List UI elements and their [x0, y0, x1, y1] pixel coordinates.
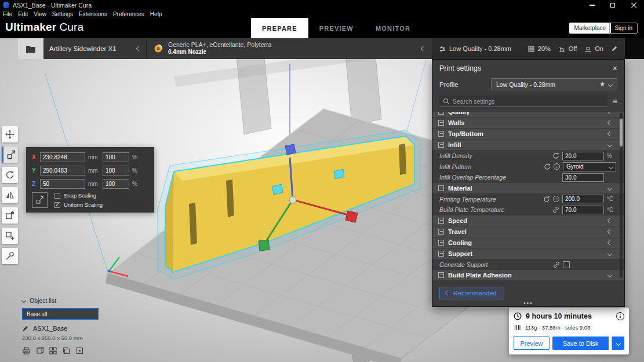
- tab-prepare[interactable]: PREPARE: [251, 18, 308, 38]
- printing-temperature-field[interactable]: 200.0: [562, 195, 604, 203]
- sign-in-button[interactable]: Sign in: [609, 23, 638, 34]
- info-icon[interactable]: i: [616, 312, 624, 320]
- tab-preview[interactable]: PREVIEW: [308, 18, 365, 38]
- print-time-row: 9 hours 10 minutes i: [514, 312, 624, 320]
- generate-support-checkbox[interactable]: [563, 261, 570, 268]
- reset-icon[interactable]: [543, 196, 550, 203]
- category-top-bottom[interactable]: Top/Bottom: [432, 129, 624, 139]
- object-list-item[interactable]: Base.stl: [22, 308, 99, 320]
- infill-overlap-field[interactable]: 30.0: [562, 173, 604, 182]
- per-model-settings-tool-button[interactable]: [2, 207, 18, 224]
- nozzle-size: 0.4mm Nozzle: [168, 49, 416, 56]
- mirror-tool-button[interactable]: [2, 187, 18, 203]
- panel-resize-handle[interactable]: •••: [432, 301, 624, 306]
- gizmo-handle-y[interactable]: [259, 240, 270, 251]
- minimize-button[interactable]: [581, 0, 602, 10]
- scale-tool-button[interactable]: [2, 147, 18, 163]
- category-build-plate-adhesion[interactable]: Build Plate Adhesion: [432, 270, 624, 280]
- close-button[interactable]: [623, 0, 644, 10]
- scrollbar-thumb[interactable]: [620, 119, 623, 147]
- gizmo-handle-z[interactable]: [285, 144, 296, 155]
- menu-edit[interactable]: Edit: [15, 11, 31, 17]
- star-icon[interactable]: ★: [599, 81, 605, 88]
- material-spool-icon: [154, 44, 163, 53]
- print-settings-summary[interactable]: Low Quality - 0.28mm 20% Off On: [432, 38, 625, 59]
- category-walls[interactable]: Walls: [432, 118, 624, 128]
- reset-scale-button[interactable]: [32, 192, 48, 208]
- setting-infill-overlap: Infill Overlap Percentage 30.0: [432, 172, 624, 183]
- preview-button[interactable]: Preview: [514, 337, 550, 350]
- arrange-icon[interactable]: [49, 346, 57, 355]
- move-tool-button[interactable]: [2, 126, 18, 142]
- mesh-tools-button[interactable]: [2, 248, 18, 264]
- category-icon-cooling: [438, 240, 444, 246]
- object-list-toggle[interactable]: Object list: [22, 297, 99, 304]
- save-options-button[interactable]: [612, 337, 624, 350]
- scale-x-size-field[interactable]: 230.8248: [40, 152, 85, 162]
- category-icon-top-bottom: [438, 131, 444, 137]
- menu-extensions[interactable]: Extensions: [76, 11, 110, 17]
- info-icon[interactable]: i: [554, 163, 560, 170]
- mesh-icon[interactable]: [75, 346, 84, 355]
- menu-settings[interactable]: Settings: [49, 11, 76, 17]
- printer-selector[interactable]: Artillery Sidewinder X1: [43, 38, 146, 59]
- category-travel[interactable]: Travel: [432, 226, 624, 237]
- category-support[interactable]: Support: [432, 248, 624, 259]
- snap-scaling-option[interactable]: Snap Scaling: [54, 192, 103, 199]
- pencil-icon: [611, 45, 618, 52]
- mesh-tools-icon: [5, 251, 14, 261]
- gizmo-center-handle[interactable]: [289, 196, 296, 203]
- profile-value: Low Quality - 0.28mm: [496, 81, 596, 88]
- scale-z-percent-field[interactable]: 100: [103, 179, 129, 189]
- scale-y-percent-field[interactable]: 100: [103, 166, 129, 175]
- scale-z-size-field[interactable]: 50: [40, 179, 85, 189]
- category-quality[interactable]: Quality: [432, 112, 624, 117]
- tab-monitor[interactable]: MONITOR: [365, 18, 421, 38]
- scale-row-y: Y 250.0483 mm 100 %: [32, 166, 148, 175]
- search-row: ≡: [432, 96, 624, 111]
- infill-pattern-dropdown[interactable]: Gyroid: [563, 162, 616, 171]
- search-settings-input[interactable]: [453, 98, 604, 105]
- chevron-down-icon: [616, 341, 620, 345]
- category-infill[interactable]: Infill: [432, 140, 624, 150]
- profile-dropdown[interactable]: Low Quality - 0.28mm ★: [491, 78, 617, 90]
- scale-x-percent-field[interactable]: 100: [103, 152, 129, 162]
- uniform-scaling-checkbox[interactable]: ✓: [54, 202, 60, 208]
- menu-view[interactable]: View: [31, 11, 49, 17]
- marketplace-button[interactable]: Marketplace: [569, 23, 611, 34]
- copy-icon[interactable]: [62, 346, 71, 355]
- settings-visibility-menu-icon[interactable]: ≡: [613, 97, 617, 105]
- panel-title: Print settings: [439, 64, 481, 72]
- menu-help[interactable]: Help: [147, 11, 165, 17]
- model-icon[interactable]: [35, 346, 44, 355]
- search-box[interactable]: [439, 96, 607, 107]
- category-icon-quality: [438, 112, 444, 115]
- printer-icon[interactable]: [22, 346, 31, 355]
- menu-file[interactable]: File: [0, 11, 15, 17]
- menu-preferences[interactable]: Preferences: [110, 11, 147, 17]
- reset-icon[interactable]: [544, 163, 551, 170]
- scale-y-size-field[interactable]: 250.0483: [40, 166, 85, 175]
- support-blocker-tool-button[interactable]: [2, 228, 18, 244]
- maximize-button[interactable]: [602, 0, 623, 10]
- gizmo-handle-x[interactable]: [345, 211, 358, 222]
- close-panel-icon[interactable]: ×: [613, 64, 617, 72]
- category-cooling[interactable]: Cooling: [432, 237, 624, 248]
- category-material[interactable]: Material: [432, 183, 624, 193]
- project-name-row[interactable]: ASX1_Base: [22, 325, 99, 332]
- category-speed[interactable]: Speed: [432, 215, 624, 226]
- snap-scaling-checkbox[interactable]: [54, 193, 60, 199]
- build-plate-temperature-field[interactable]: 70.0: [562, 206, 604, 214]
- project-name: ASX1_Base: [33, 325, 67, 332]
- app-header: UltimakerCura PREPARE PREVIEW MONITOR Ma…: [0, 18, 644, 38]
- save-to-disk-button[interactable]: Save to Disk: [552, 337, 609, 350]
- reset-icon[interactable]: [552, 152, 559, 159]
- category-icon-travel: [438, 229, 444, 235]
- material-selector[interactable]: Generic PLA+, eCentellante, Polyterra 0.…: [146, 38, 432, 59]
- rotate-tool-button[interactable]: [2, 167, 18, 183]
- recommended-mode-button[interactable]: Recommended: [439, 287, 504, 299]
- infill-density-field[interactable]: 20.0: [562, 152, 604, 160]
- uniform-scaling-option[interactable]: ✓ Uniform Scaling: [54, 202, 103, 208]
- info-icon[interactable]: i: [553, 196, 559, 202]
- open-file-button[interactable]: [18, 38, 43, 59]
